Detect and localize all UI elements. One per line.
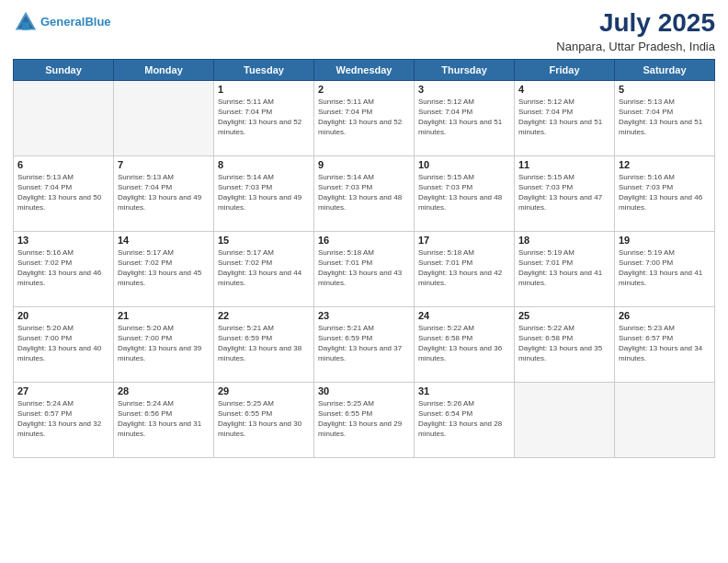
day-cell: 5Sunrise: 5:13 AM Sunset: 7:04 PM Daylig… — [615, 80, 715, 155]
weekday-sunday: Sunday — [14, 59, 114, 80]
day-cell: 11Sunrise: 5:15 AM Sunset: 7:03 PM Dayli… — [515, 155, 615, 231]
day-cell: 15Sunrise: 5:17 AM Sunset: 7:02 PM Dayli… — [214, 231, 314, 306]
day-info: Sunrise: 5:11 AM Sunset: 7:04 PM Dayligh… — [218, 97, 310, 138]
week-row-2: 6Sunrise: 5:13 AM Sunset: 7:04 PM Daylig… — [14, 155, 715, 231]
day-info: Sunrise: 5:13 AM Sunset: 7:04 PM Dayligh… — [619, 97, 711, 138]
day-cell — [515, 382, 615, 457]
day-number: 19 — [619, 235, 711, 246]
day-number: 18 — [518, 235, 610, 246]
weekday-wednesday: Wednesday — [314, 59, 415, 80]
day-info: Sunrise: 5:14 AM Sunset: 7:03 PM Dayligh… — [318, 172, 410, 213]
day-number: 4 — [518, 84, 610, 95]
header: GeneralBlue July 2025 Nanpara, Uttar Pra… — [13, 9, 715, 53]
logo-text: GeneralBlue — [40, 16, 111, 29]
day-info: Sunrise: 5:24 AM Sunset: 6:56 PM Dayligh… — [118, 398, 210, 440]
day-cell: 20Sunrise: 5:20 AM Sunset: 7:00 PM Dayli… — [14, 306, 114, 382]
day-number: 21 — [118, 310, 210, 321]
day-cell: 22Sunrise: 5:21 AM Sunset: 6:59 PM Dayli… — [214, 306, 314, 382]
day-number: 17 — [418, 235, 510, 246]
day-info: Sunrise: 5:21 AM Sunset: 6:59 PM Dayligh… — [318, 323, 410, 364]
day-number: 3 — [418, 84, 510, 95]
day-info: Sunrise: 5:14 AM Sunset: 7:03 PM Dayligh… — [218, 172, 310, 213]
day-number: 1 — [218, 84, 310, 95]
day-info: Sunrise: 5:18 AM Sunset: 7:01 PM Dayligh… — [418, 247, 510, 289]
location: Nanpara, Uttar Pradesh, India — [556, 40, 715, 53]
day-number: 10 — [418, 159, 510, 170]
week-row-4: 20Sunrise: 5:20 AM Sunset: 7:00 PM Dayli… — [14, 306, 715, 382]
day-cell: 12Sunrise: 5:16 AM Sunset: 7:03 PM Dayli… — [615, 155, 715, 231]
svg-rect-2 — [22, 22, 29, 29]
weekday-tuesday: Tuesday — [214, 59, 314, 80]
day-number: 9 — [318, 159, 410, 170]
day-cell — [14, 80, 114, 155]
logo-general: General — [40, 15, 85, 29]
calendar: SundayMondayTuesdayWednesdayThursdayFrid… — [13, 59, 715, 458]
day-number: 27 — [17, 385, 109, 396]
day-number: 16 — [318, 235, 410, 246]
weekday-monday: Monday — [114, 59, 214, 80]
day-number: 15 — [218, 235, 310, 246]
day-cell: 2Sunrise: 5:11 AM Sunset: 7:04 PM Daylig… — [314, 80, 415, 155]
day-number: 5 — [619, 84, 711, 95]
weekday-friday: Friday — [515, 59, 615, 80]
day-number: 22 — [218, 310, 310, 321]
day-info: Sunrise: 5:11 AM Sunset: 7:04 PM Dayligh… — [318, 97, 410, 138]
day-number: 11 — [518, 159, 610, 170]
day-cell: 8Sunrise: 5:14 AM Sunset: 7:03 PM Daylig… — [214, 155, 314, 231]
day-number: 23 — [318, 310, 410, 321]
day-cell: 9Sunrise: 5:14 AM Sunset: 7:03 PM Daylig… — [314, 155, 415, 231]
day-info: Sunrise: 5:24 AM Sunset: 6:57 PM Dayligh… — [17, 398, 109, 440]
day-info: Sunrise: 5:17 AM Sunset: 7:02 PM Dayligh… — [118, 247, 210, 289]
day-number: 31 — [418, 385, 510, 396]
day-number: 13 — [17, 235, 109, 246]
day-info: Sunrise: 5:12 AM Sunset: 7:04 PM Dayligh… — [418, 97, 510, 138]
day-cell: 18Sunrise: 5:19 AM Sunset: 7:01 PM Dayli… — [515, 231, 615, 306]
week-row-1: 1Sunrise: 5:11 AM Sunset: 7:04 PM Daylig… — [14, 80, 715, 155]
day-info: Sunrise: 5:20 AM Sunset: 7:00 PM Dayligh… — [118, 323, 210, 364]
weekday-saturday: Saturday — [615, 59, 715, 80]
day-info: Sunrise: 5:22 AM Sunset: 6:58 PM Dayligh… — [518, 323, 610, 364]
day-info: Sunrise: 5:20 AM Sunset: 7:00 PM Dayligh… — [17, 323, 109, 364]
day-cell: 6Sunrise: 5:13 AM Sunset: 7:04 PM Daylig… — [14, 155, 114, 231]
day-cell: 30Sunrise: 5:25 AM Sunset: 6:55 PM Dayli… — [314, 382, 415, 457]
day-cell: 13Sunrise: 5:16 AM Sunset: 7:02 PM Dayli… — [14, 231, 114, 306]
day-cell: 10Sunrise: 5:15 AM Sunset: 7:03 PM Dayli… — [415, 155, 515, 231]
day-number: 24 — [418, 310, 510, 321]
day-number: 12 — [619, 159, 711, 170]
logo-blue: Blue — [85, 15, 110, 29]
day-info: Sunrise: 5:16 AM Sunset: 7:03 PM Dayligh… — [619, 172, 711, 213]
day-cell: 3Sunrise: 5:12 AM Sunset: 7:04 PM Daylig… — [415, 80, 515, 155]
day-number: 20 — [17, 310, 109, 321]
title-block: July 2025 Nanpara, Uttar Pradesh, India — [556, 9, 715, 53]
weekday-thursday: Thursday — [415, 59, 515, 80]
day-info: Sunrise: 5:15 AM Sunset: 7:03 PM Dayligh… — [518, 172, 610, 213]
day-info: Sunrise: 5:19 AM Sunset: 7:01 PM Dayligh… — [518, 247, 610, 289]
day-number: 2 — [318, 84, 410, 95]
day-info: Sunrise: 5:16 AM Sunset: 7:02 PM Dayligh… — [17, 247, 109, 289]
day-cell: 27Sunrise: 5:24 AM Sunset: 6:57 PM Dayli… — [14, 382, 114, 457]
day-number: 29 — [218, 385, 310, 396]
day-info: Sunrise: 5:13 AM Sunset: 7:04 PM Dayligh… — [17, 172, 109, 213]
weekday-header-row: SundayMondayTuesdayWednesdayThursdayFrid… — [14, 59, 715, 80]
day-cell: 24Sunrise: 5:22 AM Sunset: 6:58 PM Dayli… — [415, 306, 515, 382]
day-cell: 26Sunrise: 5:23 AM Sunset: 6:57 PM Dayli… — [615, 306, 715, 382]
month-year: July 2025 — [556, 9, 715, 38]
day-info: Sunrise: 5:13 AM Sunset: 7:04 PM Dayligh… — [118, 172, 210, 213]
day-cell: 19Sunrise: 5:19 AM Sunset: 7:00 PM Dayli… — [615, 231, 715, 306]
day-cell: 4Sunrise: 5:12 AM Sunset: 7:04 PM Daylig… — [515, 80, 615, 155]
day-cell: 28Sunrise: 5:24 AM Sunset: 6:56 PM Dayli… — [114, 382, 214, 457]
day-info: Sunrise: 5:12 AM Sunset: 7:04 PM Dayligh… — [518, 97, 610, 138]
day-cell: 16Sunrise: 5:18 AM Sunset: 7:01 PM Dayli… — [314, 231, 415, 306]
day-info: Sunrise: 5:21 AM Sunset: 6:59 PM Dayligh… — [218, 323, 310, 364]
day-number: 28 — [118, 385, 210, 396]
day-info: Sunrise: 5:17 AM Sunset: 7:02 PM Dayligh… — [218, 247, 310, 289]
day-info: Sunrise: 5:15 AM Sunset: 7:03 PM Dayligh… — [418, 172, 510, 213]
day-cell: 14Sunrise: 5:17 AM Sunset: 7:02 PM Dayli… — [114, 231, 214, 306]
day-info: Sunrise: 5:25 AM Sunset: 6:55 PM Dayligh… — [318, 398, 410, 440]
day-info: Sunrise: 5:26 AM Sunset: 6:54 PM Dayligh… — [418, 398, 510, 440]
page: GeneralBlue July 2025 Nanpara, Uttar Pra… — [0, 0, 728, 563]
day-cell: 23Sunrise: 5:21 AM Sunset: 6:59 PM Dayli… — [314, 306, 415, 382]
day-number: 26 — [619, 310, 711, 321]
day-number: 25 — [518, 310, 610, 321]
day-cell — [615, 382, 715, 457]
